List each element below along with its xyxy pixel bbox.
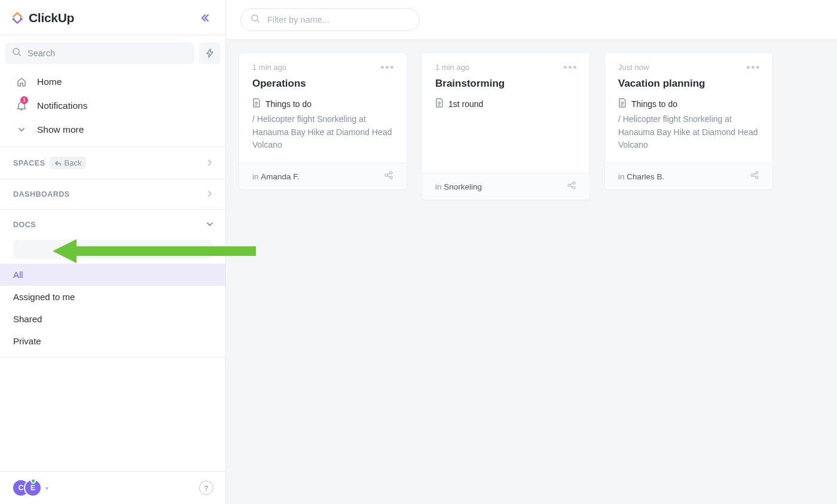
online-indicator-icon [30,478,36,484]
card-location: in Charles B. [618,172,664,181]
card-location: in Amanda F. [252,172,300,181]
nav-home-label: Home [37,77,62,87]
spaces-header[interactable]: SPACES Back [0,147,225,179]
search-input[interactable] [28,48,187,58]
card-time: Just now [618,63,747,72]
svg-point-24 [573,187,575,189]
card-time: 1 min ago [435,63,564,72]
chevron-down-icon[interactable]: ▾ [45,485,48,491]
add-new-label: ADD NEW [99,245,138,253]
nav-home[interactable]: Home [0,70,225,94]
sidebar-footer: C E ▾ ? [0,471,225,504]
dashboards-title: DASHBOARDS [13,190,70,198]
section-dashboards: DASHBOARDS [0,179,225,209]
spaces-title: SPACES [13,159,45,167]
card-doc-label: Things to do [265,99,311,109]
chevron-down-icon [206,219,213,230]
card-doc-row: Things to do [252,98,393,109]
docs-filter-assigned[interactable]: Assigned to me [0,286,225,308]
docs-filter-private[interactable]: Private [0,330,225,352]
svg-point-32 [756,176,758,179]
card-title: Vacation planning [618,78,759,90]
card-location: in Snorkeling [435,182,482,191]
share-icon[interactable] [567,181,576,193]
svg-point-16 [390,176,392,179]
search-row [0,35,225,64]
docs-title: DOCS [13,221,36,229]
chevron-down-icon [16,124,28,136]
share-icon[interactable] [750,170,759,182]
share-icon[interactable] [384,170,393,182]
filter-bar [226,0,837,40]
svg-line-17 [387,173,390,175]
logo-icon [11,11,24,25]
svg-line-33 [753,173,756,175]
svg-point-23 [573,182,575,184]
svg-marker-1 [12,19,23,24]
sidebar: ClickUp Home [0,0,226,504]
card-menu-button[interactable] [564,66,576,69]
user-avatars[interactable]: C E [12,479,42,497]
spaces-back-chip[interactable]: Back [50,157,86,169]
nav-notifications[interactable]: 1 Notifications [0,94,225,118]
svg-point-14 [385,174,387,176]
svg-marker-0 [12,12,23,17]
svg-marker-2 [12,17,14,19]
search-box[interactable] [5,42,194,64]
doc-card[interactable]: 1 min ago Brainstorming 1st round in Sno… [422,53,589,200]
svg-point-31 [756,172,758,174]
svg-marker-6 [207,49,213,57]
filter-input-wrapper[interactable] [240,8,420,31]
card-title: Operations [252,78,393,90]
nav-show-more-label: Show more [37,124,84,135]
dashboards-header[interactable]: DASHBOARDS [0,179,225,209]
help-button[interactable]: ? [199,481,213,495]
document-icon [435,98,444,109]
svg-line-5 [19,54,20,56]
docs-filter-list: All Assigned to me Shared Private [0,259,225,357]
add-new-doc-button[interactable]: ADD NEW [13,240,212,259]
svg-point-15 [390,172,392,174]
card-doc-row: Things to do [618,98,759,109]
nav-show-more[interactable]: Show more [0,118,225,142]
chevron-right-icon [206,189,213,200]
main-content: 1 min ago Operations Things to do / Heli… [226,0,837,504]
brand-name: ClickUp [29,11,74,25]
card-doc-label: Things to do [631,99,677,109]
card-preview: / Helicopter flight Snorkeling at Hanaum… [618,113,759,152]
card-menu-button[interactable] [381,66,393,69]
nav-notifications-label: Notifications [37,100,87,111]
card-menu-button[interactable] [747,66,759,69]
section-spaces: SPACES Back [0,146,225,179]
svg-line-26 [570,186,573,187]
doc-card[interactable]: 1 min ago Operations Things to do / Heli… [239,53,407,190]
svg-point-30 [751,174,753,176]
quick-action-button[interactable] [199,42,221,64]
search-icon [12,47,22,59]
notifications-badge: 1 [20,96,28,104]
primary-nav: Home 1 Notifications Show more [0,64,225,146]
brand-logo[interactable]: ClickUp [11,11,74,25]
sidebar-collapse-button[interactable] [197,10,213,26]
svg-line-34 [753,176,756,177]
svg-line-10 [257,20,259,22]
docs-filter-shared[interactable]: Shared [0,308,225,330]
document-icon [252,98,261,109]
card-doc-label: 1st round [448,99,483,109]
chevron-right-icon [206,158,213,169]
svg-line-18 [387,176,390,177]
sidebar-header: ClickUp [0,0,225,35]
doc-card[interactable]: Just now Vacation planning Things to do … [605,53,772,190]
document-icon [618,98,627,109]
home-icon [16,76,28,88]
svg-point-22 [568,184,570,187]
docs-filter-all[interactable]: All [0,264,225,286]
card-time: 1 min ago [252,63,381,72]
filter-input[interactable] [267,15,410,25]
card-doc-row: 1st round [435,98,576,109]
docs-header[interactable]: DOCS [0,210,225,240]
svg-marker-3 [20,17,23,19]
doc-cards: 1 min ago Operations Things to do / Heli… [226,40,837,213]
section-docs: DOCS ADD NEW All Assigned to me Shared P… [0,209,225,358]
card-preview: / Helicopter flight Snorkeling at Hanaum… [252,113,393,152]
